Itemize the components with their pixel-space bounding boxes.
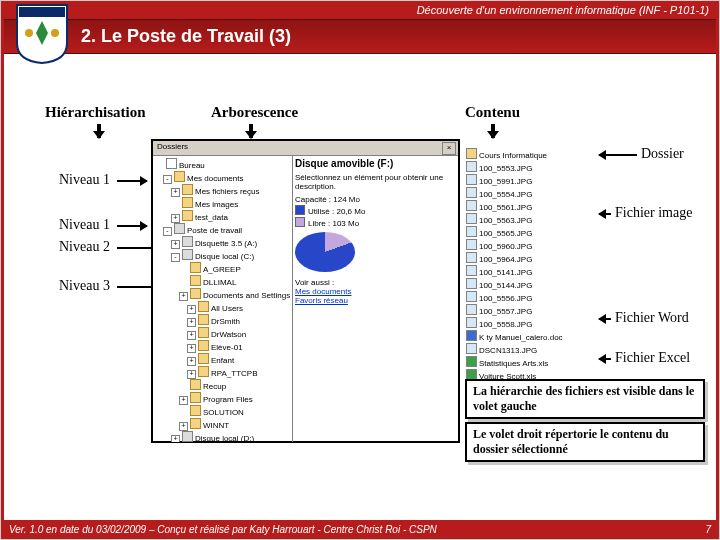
file-row[interactable]: 100_5554.JPG — [466, 187, 596, 200]
tree-node[interactable]: +Documents and Settings — [155, 288, 290, 301]
free-row: Libre : 103 Mo — [295, 217, 456, 228]
left-arrow-icon — [599, 154, 637, 156]
tree-node[interactable]: -Disque local (C:) — [155, 249, 290, 262]
tree-node[interactable]: +Elève-01 — [155, 340, 290, 353]
slide-title: 2. Le Poste de Travail (3) — [1, 19, 719, 54]
tree-node[interactable]: +DrSmith — [155, 314, 290, 327]
down-arrow-icon — [97, 124, 101, 138]
tree-node[interactable]: +Disquette 3.5 (A:) — [155, 236, 290, 249]
file-row[interactable]: 100_5991.JPG — [466, 174, 596, 187]
tree-node[interactable]: SOLUTION — [155, 405, 290, 418]
file-row[interactable]: 100_5553.JPG — [466, 161, 596, 174]
file-row[interactable]: 100_5141.JPG — [466, 265, 596, 278]
content-hint: Sélectionnez un élément pour obtenir une… — [295, 173, 456, 191]
col-arborescence: Arborescence — [211, 104, 298, 121]
col-hierarchie: Hiérarchisation — [45, 104, 146, 121]
footer-text: Ver. 1.0 en date du 03/02/2009 – Conçu e… — [9, 524, 437, 535]
file-list: Cours Informatique100_5553.JPG100_5991.J… — [466, 148, 596, 382]
file-row[interactable]: Statistiques Arts.xls — [466, 356, 596, 369]
file-row[interactable]: 100_5565.JPG — [466, 226, 596, 239]
right-arrow-icon — [117, 180, 147, 182]
tree-node[interactable]: Bureau — [155, 158, 290, 171]
tree-node[interactable]: +Mes fichiers reçus — [155, 184, 290, 197]
capacity: Capacité : 124 Mo — [295, 195, 456, 204]
level-1a: Niveau 1 — [59, 172, 110, 188]
panel-title: Dossiers — [153, 142, 188, 151]
file-row[interactable]: K ty Manuel_calero.doc — [466, 330, 596, 343]
down-arrow-icon — [491, 124, 495, 138]
right-arrow-icon — [117, 225, 147, 227]
tree-node[interactable]: +All Users — [155, 301, 290, 314]
svg-rect-0 — [19, 7, 65, 17]
col-contenu: Contenu — [465, 104, 520, 121]
file-row[interactable]: DSCN1313.JPG — [466, 343, 596, 356]
down-arrow-icon — [249, 124, 253, 138]
tree-node[interactable]: -Poste de travail — [155, 223, 290, 236]
tree-node[interactable]: Mes images — [155, 197, 290, 210]
level-1b: Niveau 1 — [59, 217, 110, 233]
tree-node[interactable]: +DrWatson — [155, 327, 290, 340]
left-arrow-icon — [599, 318, 611, 320]
file-row[interactable]: 100_5144.JPG — [466, 278, 596, 291]
tree-node[interactable]: +WINNT — [155, 418, 290, 431]
file-row[interactable]: 100_5563.JPG — [466, 213, 596, 226]
tree-node[interactable]: +test_data — [155, 210, 290, 223]
file-row[interactable]: 100_5556.JPG — [466, 291, 596, 304]
file-row[interactable]: 100_5960.JPG — [466, 239, 596, 252]
link-favoris-reseau[interactable]: Favoris réseau — [295, 296, 456, 305]
file-row[interactable]: 100_5964.JPG — [466, 252, 596, 265]
tree-node[interactable]: +Disque local (D:) — [155, 431, 290, 442]
used-row: Utilisé : 20,6 Mo — [295, 205, 456, 216]
tree-node[interactable]: +Program Files — [155, 392, 290, 405]
left-arrow-icon — [599, 213, 611, 215]
label-fichier-excel: Fichier Excel — [615, 350, 690, 366]
explorer-screenshot: Dossiers × Bureau-Mes documents+Mes fich… — [151, 139, 460, 443]
tree-node[interactable]: +RPA_TTCPB — [155, 366, 290, 379]
file-row[interactable]: Cours Informatique — [466, 148, 596, 161]
folder-tree[interactable]: Bureau-Mes documents+Mes fichiers reçusM… — [153, 156, 293, 442]
pie-chart — [295, 232, 355, 272]
tree-node[interactable]: DLLIMAL — [155, 275, 290, 288]
label-fichier-word: Fichier Word — [615, 310, 689, 326]
tree-node[interactable]: +Enfant — [155, 353, 290, 366]
svg-point-2 — [51, 29, 59, 37]
close-icon[interactable]: × — [442, 142, 456, 155]
footer: Ver. 1.0 en date du 03/02/2009 – Conçu e… — [1, 520, 719, 539]
left-arrow-icon — [599, 358, 611, 360]
level-2: Niveau 2 — [59, 239, 110, 255]
see-also: Voir aussi : — [295, 278, 456, 287]
tree-node[interactable]: Recup — [155, 379, 290, 392]
svg-point-1 — [25, 29, 33, 37]
content-pane: Disque amovible (F:) Sélectionnez un élé… — [293, 156, 458, 442]
note-left-pane: La hiérarchie des fichiers est visible d… — [465, 379, 705, 419]
label-fichier-image: Fichier image — [615, 205, 692, 221]
page-number: 7 — [705, 524, 711, 535]
file-row[interactable]: 100_5561.JPG — [466, 200, 596, 213]
note-right-pane: Le volet droit répertorie le contenu du … — [465, 422, 705, 462]
level-3: Niveau 3 — [59, 278, 110, 294]
course-header: Découverte d'un environnement informatiq… — [1, 1, 719, 19]
link-mes-documents[interactable]: Mes documents — [295, 287, 456, 296]
file-row[interactable]: 100_5558.JPG — [466, 317, 596, 330]
label-dossier: Dossier — [641, 146, 684, 162]
tree-node[interactable]: -Mes documents — [155, 171, 290, 184]
drive-title: Disque amovible (F:) — [295, 158, 456, 169]
file-row[interactable]: 100_5557.JPG — [466, 304, 596, 317]
tree-node[interactable]: A_GREEP — [155, 262, 290, 275]
